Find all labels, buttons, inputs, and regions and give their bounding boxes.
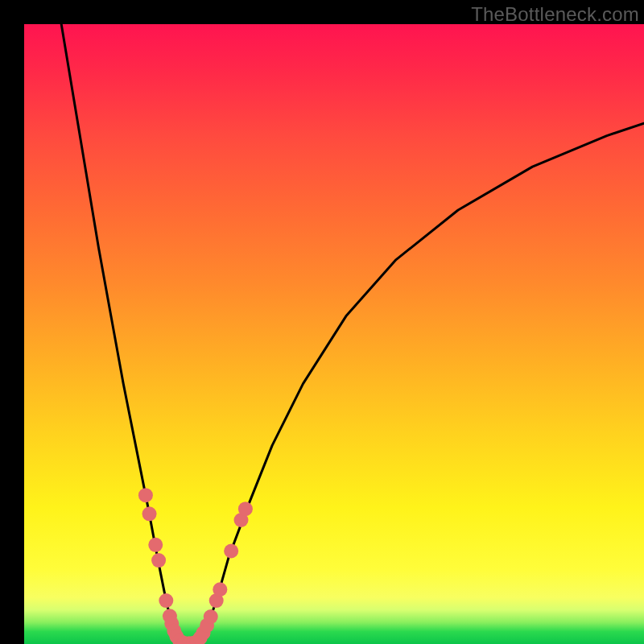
dots-group — [138, 488, 253, 644]
watermark-text: TheBottleneck.com — [471, 3, 639, 26]
data-point-dot — [159, 593, 173, 608]
data-point-dot — [148, 538, 163, 552]
data-point-dot — [213, 582, 227, 597]
chart-svg — [24, 24, 644, 644]
data-point-dot — [151, 553, 166, 568]
data-point-dot — [204, 609, 218, 624]
data-point-dot — [142, 506, 157, 521]
plot-area — [24, 24, 644, 644]
data-point-dot — [238, 502, 253, 516]
chart-frame: TheBottleneck.com — [0, 0, 644, 644]
curve-group — [61, 24, 644, 643]
data-point-dot — [224, 544, 238, 559]
data-point-dot — [138, 488, 153, 502]
bottleneck-curve — [61, 24, 644, 643]
